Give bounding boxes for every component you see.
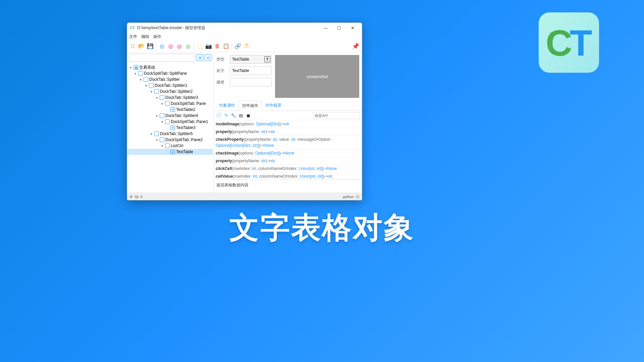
tree-node[interactable]: TextTable2 [128,107,213,113]
tree-node[interactable]: ▾DockSplitTab::Pane2 [128,137,213,143]
menu-operate[interactable]: 操作 [153,34,161,40]
api-row[interactable]: clickCell(rowIndex: int, columnNameOrInd… [214,165,362,173]
fn: property [216,159,232,163]
type-icon: T [264,56,270,62]
fn: checkImage [216,151,239,156]
prop-type-row: 类型 T [216,55,272,64]
toolbar: 🗋 📂 💾 ◎ ◎ ◎ ◎ ⬚ 📷 🗑 📋 🔗 ⏱ 📌 [127,40,362,52]
target-red2-icon[interactable]: ◎ [176,43,183,50]
tree-label: DockSplitTab::Pane [171,101,206,106]
tree-node[interactable]: ▾DockSplitTab::Pane1 [128,119,213,125]
tree-node[interactable]: ▾DockTab::Splitter4 [128,113,213,119]
name-field[interactable] [230,66,272,75]
tree-node[interactable]: ▾ListCtrl [128,143,213,149]
api-search-input[interactable] [313,112,360,119]
type-label: 类型 [216,57,226,62]
desc-field[interactable] [230,78,272,86]
tree-label: TextTable [176,149,193,154]
api-row[interactable]: property(propertyName: str)->str [214,157,362,165]
api-row[interactable]: property(propertyName: str)->str [214,128,362,136]
fn: modelImage [216,122,239,126]
brand-logo: CT [539,12,599,73]
timer-icon[interactable]: ⏱ [243,43,250,50]
api-wrench-icon[interactable]: 🔧 [230,113,236,119]
tree-label: DockTab::Splitter3 [165,95,198,100]
highlight-icon[interactable]: ⬚ [196,43,204,50]
camera-icon[interactable]: 📷 [205,43,212,50]
api-row[interactable]: cellValue(rowIndex: int, columnNameOrInd… [214,173,362,179]
properties-top: 类型 T 名字 描述 screenshot [214,52,362,101]
tree-node[interactable]: ▾DockTab::Splitter5 [128,131,213,137]
tree-node[interactable]: TextTable3 [128,125,213,131]
left-panel: ⊞ ⊟ ▾▦交易系统 ▾DockSplitTab::SplitPane ▾Doc… [127,52,214,193]
tree-node[interactable]: ▾DockTab::Splitter2 [128,88,213,95]
tab-object-props[interactable]: 对象属性 [216,101,238,111]
app-window: CT D:\temp\textTable.tmodel - 模型管理器 — ☐ … [127,22,362,200]
fn: property [216,129,232,134]
separator [156,43,156,50]
clipboard-icon[interactable]: 📋 [222,43,230,50]
screenshot-preview: screenshot [275,55,359,98]
status-qt: Qt: 0 [135,195,143,199]
fn: checkProperty [216,137,244,142]
maximize-button[interactable]: ☐ [332,23,346,33]
detail-tabs: 对象属性 控件操作 控件截屏 [214,101,362,111]
pin-icon[interactable]: 📌 [352,43,359,50]
link-icon[interactable]: 🔗 [234,43,241,50]
tree-label: DockTab::Splitter5 [160,131,193,136]
target-red-icon[interactable]: ◎ [167,43,174,50]
tree-node[interactable]: ▾DockSplitTab::Pane [128,101,213,107]
api-row[interactable]: checkImage(options: Optional[Dict])->Non… [214,149,362,157]
screenshot-label: screenshot [307,74,328,79]
tree-label: DockSplitTab::Pane1 [171,119,208,124]
tree-node[interactable]: ▾DockTab::Splitter1 [128,82,213,88]
tree-label: DockSplitTab::SplitPane [144,71,187,76]
separator [194,43,194,50]
object-tree[interactable]: ▾▦交易系统 ▾DockSplitTab::SplitPane ▾DockTab… [127,63,213,193]
minimize-button[interactable]: — [319,23,332,33]
expand-tree-button[interactable]: ⊞ [197,54,203,61]
tree-label: TextTable2 [176,107,195,112]
properties-fields: 类型 T 名字 描述 [216,55,272,98]
tree-label: TextTable3 [176,125,195,130]
tree-node[interactable]: ▾DockSplitTab::SplitPane [128,70,213,76]
status-lang: python [343,195,354,199]
save-icon[interactable]: 💾 [147,43,154,50]
right-panel: 类型 T 名字 描述 screenshot 对象属性 控件操作 [214,52,362,193]
menubar: 文件 编辑 操作 [127,33,362,40]
new-file-icon[interactable]: 🗋 [129,43,137,50]
app-icon: CT [130,25,135,31]
tree-label: DockTab::Splitter4 [165,113,198,118]
collapse-tree-button[interactable]: ⊟ [205,54,211,61]
menu-file[interactable]: 文件 [129,34,137,40]
tree-search-input[interactable] [129,54,195,62]
logo-c-icon: C [546,21,570,64]
tab-control-screenshot[interactable]: 控件截屏 [262,101,285,111]
tree-label: DockTab::Splitter [149,77,180,82]
status-square-icon [356,195,359,198]
tab-control-ops[interactable]: 控件操作 [238,101,262,111]
prop-name-row: 名字 [216,66,272,75]
menu-edit[interactable]: 编辑 [141,34,149,40]
close-button[interactable]: ✕ [346,23,359,33]
tree-label: ListCtrl [171,143,183,148]
api-copy-icon[interactable]: 📄 [216,113,222,119]
tree-node[interactable]: ▾DockTab::Splitter3 [128,95,213,101]
tree-node-root[interactable]: ▾▦交易系统 [128,64,213,70]
api-list-icon[interactable]: ▤ [238,113,244,119]
api-edit-icon[interactable]: ✎ [223,113,229,119]
tree-node[interactable]: ▾DockTab::Splitter [128,76,213,82]
open-folder-icon[interactable]: 📂 [138,43,145,50]
delete-icon[interactable]: 🗑 [214,43,221,50]
target-green-icon[interactable]: ◎ [184,43,192,50]
api-stop-icon[interactable]: ◼ [245,113,251,119]
status-dot-icon [130,195,132,198]
api-list[interactable]: modelImage(options: Optional[Dict])->str… [214,120,362,179]
target-blue-icon[interactable]: ◎ [158,43,166,50]
tree-node-selected[interactable]: TextTable [128,149,213,155]
main-area: ⊞ ⊟ ▾▦交易系统 ▾DockSplitTab::SplitPane ▾Doc… [127,52,362,193]
api-row[interactable]: checkProperty(propertyName: str, value: … [214,136,362,149]
name-label: 名字 [216,68,226,74]
api-row[interactable]: modelImage(options: Optional[Dict])->str [214,120,362,128]
tree-search-row: ⊞ ⊟ [127,52,213,63]
